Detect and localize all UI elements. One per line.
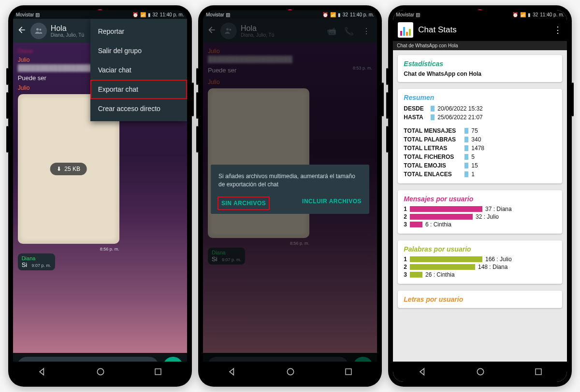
card-estadisticas: Estadísticas Chat de WhatsApp con Hola (398, 55, 562, 82)
app-title: Chat Stats (418, 25, 456, 35)
phone-3: Movistar ▧ ⏰📶▮3211:40 p. m. Chat Stats ⋮… (388, 5, 572, 387)
menu-export-chat[interactable]: Exportar chat (90, 80, 187, 99)
bar (410, 272, 422, 278)
menu-create-shortcut[interactable]: Crear acceso directo (90, 99, 187, 118)
nav-recent-icon[interactable] (344, 367, 353, 376)
stats-body[interactable]: Estadísticas Chat de WhatsApp con Hola R… (393, 50, 567, 320)
status-bar: Movistar ▧ ⏰📶▮3211:40 p. m. (393, 10, 567, 19)
nav-home-icon[interactable] (286, 367, 295, 377)
group-avatar[interactable] (30, 23, 47, 39)
svg-rect-9 (536, 369, 541, 375)
phone-2: Movistar ▧ ⏰📶▮3211:40 p. m. Hola Diana, … (198, 5, 382, 387)
bar (410, 256, 482, 262)
subtitle: Chat de WhatsApp con Hola (393, 41, 567, 50)
download-pill[interactable]: ⬇ 25 KB (50, 163, 87, 175)
svg-rect-7 (346, 369, 351, 375)
android-navbar (393, 362, 567, 382)
more-icon[interactable]: ⋮ (553, 25, 562, 35)
chat-members: Diana, Julio, Tú (51, 32, 84, 38)
card-letras-usuario: Letras por usuario (398, 291, 562, 308)
nav-recent-icon[interactable] (154, 367, 162, 376)
bar (410, 222, 422, 227)
download-icon: ⬇ (57, 166, 61, 172)
menu-clear-chat[interactable]: Vaciar chat (90, 60, 187, 80)
app-header: Chat Stats ⋮ (393, 19, 567, 41)
nav-back-icon[interactable] (37, 367, 47, 377)
timestamp: 8:56 p. m. (100, 247, 119, 252)
chat-title: Hola (51, 25, 84, 32)
incoming-bubble[interactable]: Diana Si 9:07 p. m. (18, 253, 55, 270)
nav-home-icon[interactable] (96, 367, 105, 377)
svg-point-8 (478, 368, 484, 375)
card-palabras-usuario: Palabras por usuario 1166 : Julio 2148 :… (398, 240, 562, 284)
svg-point-2 (97, 368, 103, 375)
bar (410, 206, 482, 212)
export-dialog: Si añades archivos multimedia, aumentará… (211, 165, 369, 214)
include-files-button[interactable]: INCLUIR ARCHIVOS (302, 197, 362, 210)
menu-report[interactable]: Reportar (90, 22, 187, 41)
card-heading: Resumen (404, 94, 556, 101)
status-bar: Movistar ▧ ⏰📶▮3211:40 p. m. (203, 10, 377, 19)
bar (410, 214, 473, 220)
card-heading: Letras por usuario (404, 295, 556, 303)
without-files-button[interactable]: SIN ARCHIVOS (218, 197, 269, 210)
card-resumen: Resumen DESDE20/06/2022 15:32 HASTA25/06… (398, 89, 562, 183)
card-heading: Palabras por usuario (404, 245, 556, 253)
phone-1: Movistar ▧ ⏰📶▮3211:40 p. m. Hola Diana, … (8, 5, 192, 387)
android-navbar (203, 362, 377, 382)
card-heading: Estadísticas (404, 60, 556, 68)
svg-point-0 (36, 28, 39, 30)
message-text: Si (22, 261, 28, 268)
sender-label: Diana (22, 255, 51, 261)
app-logo-icon (398, 22, 413, 38)
card-mensajes-usuario: Mensajes por usuario 137 : Diana 232 : J… (398, 190, 562, 234)
nav-home-icon[interactable] (476, 367, 485, 377)
menu-leave-group[interactable]: Salir del grupo (90, 41, 187, 60)
status-bar: Movistar ▧ ⏰📶▮3211:40 p. m. (13, 10, 187, 19)
android-navbar (13, 362, 187, 382)
svg-point-1 (39, 28, 41, 30)
overflow-menu: Reportar Salir del grupo Vaciar chat Exp… (90, 19, 187, 121)
nav-back-icon[interactable] (227, 367, 237, 377)
card-heading: Mensajes por usuario (404, 195, 556, 203)
svg-point-6 (287, 368, 293, 375)
nav-recent-icon[interactable] (534, 367, 543, 376)
nav-back-icon[interactable] (418, 367, 427, 377)
dialog-text: Si añades archivos multimedia, aumentará… (218, 172, 362, 189)
card-text: Chat de WhatsApp con Hola (404, 70, 556, 77)
timestamp: 9:07 p. m. (32, 263, 51, 268)
back-icon[interactable] (17, 25, 27, 37)
download-size: 25 KB (64, 166, 80, 172)
bar (410, 264, 475, 270)
svg-rect-3 (155, 369, 161, 375)
